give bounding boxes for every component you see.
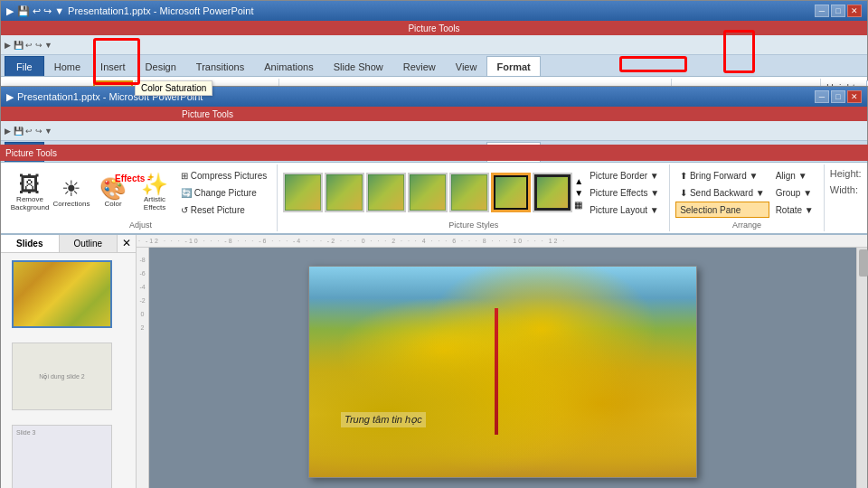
tab-file-1[interactable]: File <box>5 56 44 76</box>
tab-transitions-1[interactable]: Transitions <box>186 56 254 76</box>
tab-format-1[interactable]: Format <box>486 56 540 76</box>
remove-bg-icon-2: 🖼 <box>19 174 41 195</box>
slide-canvas-area: · -12 · · · -10 · · · -8 · · · -6 · · · … <box>137 235 867 488</box>
slide-1-thumb[interactable] <box>12 260 112 328</box>
slide-3-thumb[interactable]: Slide 3 <box>12 425 112 488</box>
ruler-v: -8 -6 -4 -2 0 2 <box>137 248 149 488</box>
compress-btn-2[interactable]: ⊞ Compress Pictures <box>176 167 271 183</box>
window-controls-1: ─ □ ✕ <box>815 5 862 17</box>
slides-tabs: Slides Outline ✕ <box>1 235 136 253</box>
slide-area-2: Slides Outline ✕ 1 2 <box>1 235 867 488</box>
window-title-1: Presentation1.pptx - Microsoft PowerPoin… <box>68 5 253 16</box>
minimize-btn-2[interactable]: ─ <box>815 90 829 103</box>
arrange-group-2: ⬆ Bring Forward ▼ ⬇ Send Backward ▼ Sele… <box>670 164 825 231</box>
tab-animations-1[interactable]: Animations <box>254 56 323 76</box>
qat-2: ▶ 💾 ↩ ↪ ▼ <box>1 121 867 141</box>
tab-view-1[interactable]: View <box>446 56 487 76</box>
slide-2-thumb[interactable]: Nội dung slide 2 <box>12 343 112 410</box>
picture-tools-label-2: Picture Tools <box>1 107 867 121</box>
ps-more-2[interactable]: ▦ <box>574 200 583 210</box>
slide-2-container: 2 Nội dung slide 2 <box>6 339 118 414</box>
slide-1-bg <box>14 262 110 326</box>
adjust-label-2: Adjust <box>129 221 152 230</box>
picture-tools-bar-3: Picture Tools <box>0 145 868 161</box>
red-tulip-stripe <box>495 308 498 435</box>
ps-up-2[interactable]: ▲ <box>574 176 583 186</box>
outline-tab-btn[interactable]: Outline <box>60 235 118 252</box>
sel-pane-2[interactable]: Selection Pane <box>675 202 769 218</box>
width-row-2: Width: <box>830 183 868 197</box>
slide-canvas: Trung tâm tin học <box>149 248 856 488</box>
tab-design-1[interactable]: Design <box>136 56 186 76</box>
slides-tab-btn[interactable]: Slides <box>1 235 60 252</box>
ps-2[interactable] <box>325 173 364 212</box>
adjust-content-2: 🖼 RemoveBackground ☀ Corrections 🎨 Color… <box>10 166 271 219</box>
size-content-2: Height: Width: <box>830 166 868 219</box>
pic-styles-col-2: Picture Border ▼ Picture Effects ▼ Pictu… <box>585 167 664 218</box>
scrollbar-v[interactable] <box>856 248 867 488</box>
pic-effects-2[interactable]: Picture Effects ▼ <box>585 184 664 201</box>
window-3-titlebar: Picture Tools <box>0 145 868 161</box>
tab-review-1[interactable]: Review <box>393 56 446 76</box>
maximize-btn-1[interactable]: □ <box>831 5 845 17</box>
canvas-row: -8 -6 -4 -2 0 2 <box>137 248 867 488</box>
close-btn-2[interactable]: ✕ <box>847 90 862 103</box>
slide-3-image: Slide 3 <box>13 426 111 488</box>
slide-3-text: Slide 3 <box>13 426 111 439</box>
slide-main[interactable]: Trung tâm tin học <box>308 266 697 478</box>
tooltip-1: Color Saturation <box>135 80 212 96</box>
artistic-btn-2[interactable]: ✨ ArtisticEffects <box>135 166 175 219</box>
tab-home-1[interactable]: Home <box>44 56 90 76</box>
slide-1-image <box>14 262 110 326</box>
arrange-col-4: Align ▼ Group ▼ Rotate ▼ <box>771 167 818 218</box>
ps-6[interactable] <box>491 173 531 212</box>
picture-tools-text-3: Picture Tools <box>5 148 57 158</box>
group-2[interactable]: Group ▼ <box>771 184 818 201</box>
ps-5[interactable] <box>449 173 489 212</box>
tab-insert-1[interactable]: Insert <box>90 56 136 76</box>
bring-fwd-2[interactable]: ⬆ Bring Forward ▼ <box>675 167 769 183</box>
ps-1[interactable] <box>283 173 323 212</box>
slide-2-text: Nội dung slide 2 <box>35 370 88 384</box>
slide-3-container: 3 Slide 3 <box>6 421 118 488</box>
arrange-label-2: Arrange <box>732 221 761 230</box>
app-icon: ▶ <box>6 5 14 17</box>
ps-7[interactable] <box>533 173 572 212</box>
qat-1: ▶ 💾 ↩ ↪ ▼ <box>1 35 867 55</box>
pic-layout-2[interactable]: Picture Layout ▼ <box>585 202 664 218</box>
maximize-btn-2[interactable]: □ <box>831 90 845 103</box>
change-pic-btn-2[interactable]: 🔄 Change Picture <box>176 184 271 201</box>
slide-2-image: Nội dung slide 2 <box>13 343 111 409</box>
arrange-col-3: ⬆ Bring Forward ▼ ⬇ Send Backward ▼ Sele… <box>675 167 769 218</box>
slides-panel-close[interactable]: ✕ <box>118 235 136 252</box>
ps-down-2[interactable]: ▼ <box>574 188 583 198</box>
minimize-btn-1[interactable]: ─ <box>815 5 829 17</box>
arrange-content-2: ⬆ Bring Forward ▼ ⬇ Send Backward ▼ Sele… <box>675 166 818 219</box>
rotate-2[interactable]: Rotate ▼ <box>771 202 818 218</box>
pic-styles-content-2: ▲ ▼ ▦ Picture Border ▼ Picture Effects ▼… <box>283 166 664 219</box>
quick-access-1: 💾 ↩ ↪ ▼ <box>17 5 64 17</box>
title-bar-left-1: ▶ 💾 ↩ ↪ ▼ Presentation1.pptx - Microsoft… <box>6 5 254 17</box>
pic-styles-row-2: ▲ ▼ ▦ <box>283 173 583 212</box>
scrollbar-thumb[interactable] <box>859 249 868 277</box>
ps-arrows-2: ▲ ▼ ▦ <box>574 176 583 210</box>
ps-4[interactable] <box>408 173 448 212</box>
corrections-icon-2: ☀ <box>61 178 81 200</box>
title-bar-2: ▶ Presentation1.pptx - Microsoft PowerPo… <box>1 87 867 107</box>
qat-icons-2: ▶ 💾 ↩ ↪ ▼ <box>5 127 52 136</box>
tabs-row-1: File Home Insert Design Transitions Anim… <box>1 55 867 77</box>
ps-3[interactable] <box>366 173 406 212</box>
reset-pic-btn-2[interactable]: ↺ Reset Picture <box>176 202 271 218</box>
close-btn-1[interactable]: ✕ <box>847 5 862 17</box>
remove-bg-btn-2[interactable]: 🖼 RemoveBackground <box>10 166 50 219</box>
corrections-btn-2[interactable]: ☀ Corrections <box>52 166 91 219</box>
size-group-2: Height: Width: Size <box>825 164 868 231</box>
align-2[interactable]: Align ▼ <box>771 167 818 183</box>
tab-slideshow-1[interactable]: Slide Show <box>324 56 393 76</box>
pic-styles-group-2: ▲ ▼ ▦ Picture Border ▼ Picture Effects ▼… <box>278 164 670 231</box>
qat-icon-1: ▶ 💾 ↩ ↪ ▼ <box>5 41 52 50</box>
pic-border-2[interactable]: Picture Border ▼ <box>585 167 664 183</box>
color-btn-2[interactable]: 🎨 Color <box>93 166 133 219</box>
send-back-2[interactable]: ⬇ Send Backward ▼ <box>675 184 769 201</box>
height-label-2: Height: <box>830 168 866 179</box>
